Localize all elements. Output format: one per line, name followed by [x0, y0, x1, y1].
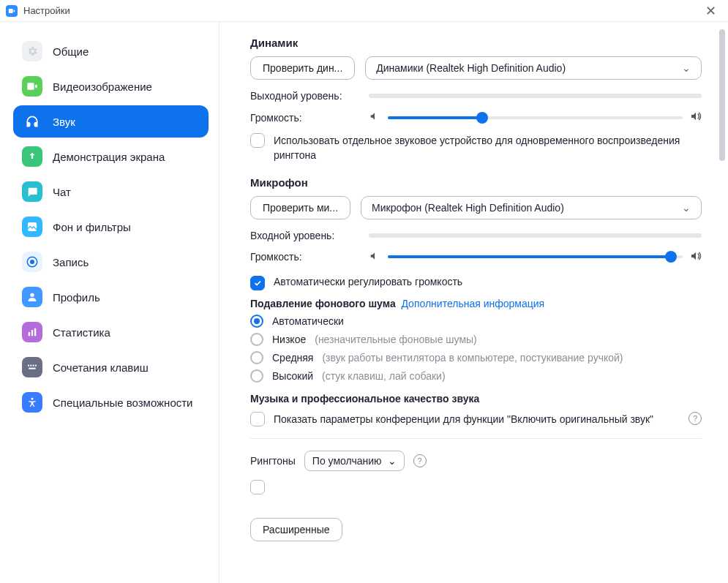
background-icon: [22, 217, 42, 237]
mic-device-value: Микрофон (Realtek High Definition Audio): [372, 202, 564, 214]
original-sound-label: Показать параметры конференции для функц…: [274, 412, 680, 426]
noise-med-label: Средняя: [272, 352, 313, 364]
noise-high-hint: (стук клавиш, лай собаки): [322, 370, 445, 382]
sidebar-item-statistics[interactable]: Статистика: [13, 316, 209, 348]
svg-rect-6: [34, 328, 36, 336]
sidebar-item-profile[interactable]: Профиль: [13, 281, 209, 313]
svg-rect-10: [33, 365, 34, 366]
ringtone-select[interactable]: По умолчанию ⌄: [304, 451, 405, 471]
noise-auto-radio[interactable]: [250, 315, 263, 328]
svg-point-3: [30, 293, 34, 297]
mic-volume-label: Громкость:: [250, 251, 369, 263]
svg-rect-8: [28, 365, 29, 366]
svg-rect-12: [29, 368, 35, 369]
svg-point-2: [30, 260, 34, 264]
speaker-heading: Динамик: [250, 37, 702, 49]
mic-heading: Микрофон: [250, 176, 702, 189]
sidebar-item-share-screen[interactable]: Демонстрация экрана: [13, 140, 209, 173]
sidebar-item-label: Специальные возможности: [53, 396, 193, 409]
sidebar-item-general[interactable]: Общие: [13, 35, 209, 67]
music-heading: Музыка и профессиональное качество звука: [250, 393, 702, 405]
record-icon: [22, 252, 42, 272]
noise-high-radio[interactable]: [250, 369, 263, 383]
sidebar-item-label: Сочетания клавиш: [53, 361, 149, 374]
window-title: Настройки: [23, 5, 699, 16]
noise-heading: Подавление фонового шума: [250, 298, 396, 309]
sidebar-item-label: Чат: [53, 186, 71, 198]
original-sound-checkbox[interactable]: [250, 412, 265, 426]
speaker-high-icon: [690, 110, 702, 124]
speaker-volume-slider[interactable]: [388, 116, 683, 119]
sidebar-item-label: Статистика: [53, 326, 110, 339]
separate-ringtone-label: Использовать отдельное звуковое устройст…: [274, 133, 702, 163]
truncated-checkbox[interactable]: [250, 480, 265, 494]
noise-med-radio[interactable]: [250, 351, 263, 364]
help-icon[interactable]: ?: [688, 412, 702, 425]
ringtone-value: По умолчанию: [312, 455, 382, 467]
noise-more-info-link[interactable]: Дополнительная информация: [401, 298, 544, 309]
speaker-high-icon: [690, 250, 702, 264]
divider: [250, 438, 702, 439]
close-icon[interactable]: ✕: [699, 3, 722, 19]
speaker-device-value: Динамики (Realtek High Definition Audio): [376, 62, 566, 74]
speaker-low-icon: [369, 251, 380, 263]
sidebar-item-accessibility[interactable]: Специальные возможности: [13, 386, 209, 418]
scrollbar[interactable]: [719, 29, 725, 161]
auto-adjust-checkbox[interactable]: [250, 276, 265, 290]
ringtone-label: Рингтоны: [250, 455, 296, 467]
output-level-meter: [369, 94, 702, 98]
chevron-down-icon: ⌄: [388, 455, 397, 467]
stats-icon: [22, 322, 42, 342]
sidebar-item-label: Запись: [53, 256, 89, 268]
sidebar-item-label: Общие: [53, 45, 89, 58]
sidebar-item-label: Видеоизображение: [53, 80, 152, 93]
accessibility-icon: [22, 392, 42, 413]
sidebar-item-audio[interactable]: Звук: [13, 105, 209, 138]
sidebar-item-label: Фон и фильтры: [53, 221, 131, 233]
sidebar-item-chat[interactable]: Чат: [13, 176, 209, 208]
speaker-volume-label: Громкость:: [250, 112, 369, 124]
input-level-meter: [369, 233, 702, 238]
auto-adjust-label: Автоматически регулировать громкость: [274, 276, 462, 287]
mic-volume-slider[interactable]: [388, 255, 683, 258]
sidebar-item-label: Звук: [53, 116, 75, 128]
noise-low-label: Низкое: [272, 334, 306, 345]
svg-rect-7: [26, 364, 38, 372]
svg-rect-4: [29, 332, 30, 336]
profile-icon: [22, 287, 42, 307]
chat-icon: [22, 181, 42, 202]
sidebar-item-shortcuts[interactable]: Сочетания клавиш: [13, 351, 209, 383]
share-screen-icon: [22, 146, 42, 167]
titlebar: Настройки ✕: [0, 0, 728, 22]
advanced-button[interactable]: Расширенные: [250, 518, 342, 541]
noise-high-label: Высокий: [272, 370, 313, 382]
help-icon[interactable]: ?: [413, 454, 427, 467]
sidebar-item-label: Профиль: [53, 291, 100, 304]
svg-rect-5: [31, 330, 33, 336]
svg-rect-11: [35, 365, 37, 366]
noise-auto-label: Автоматически: [272, 315, 344, 327]
noise-low-hint: (незначительные фоновые шумы): [315, 334, 477, 345]
sidebar-item-recording[interactable]: Запись: [13, 246, 209, 278]
mic-device-select[interactable]: Микрофон (Realtek High Definition Audio)…: [361, 196, 702, 219]
svg-rect-9: [30, 365, 31, 366]
noise-low-radio[interactable]: [250, 333, 263, 346]
separate-ringtone-checkbox[interactable]: [250, 133, 265, 148]
speaker-low-icon: [369, 111, 380, 124]
video-icon: [22, 76, 42, 97]
sidebar-item-label: Демонстрация экрана: [53, 151, 165, 163]
speaker-device-select[interactable]: Динамики (Realtek High Definition Audio)…: [365, 56, 702, 80]
gear-icon: [22, 41, 42, 61]
noise-med-hint: (звук работы вентилятора в компьютере, п…: [322, 352, 623, 364]
chevron-down-icon: ⌄: [682, 62, 691, 74]
input-level-label: Входной уровень:: [250, 230, 369, 241]
sidebar-item-video[interactable]: Видеоизображение: [13, 70, 209, 102]
sidebar: Общие Видеоизображение Звук Демонстрация…: [0, 22, 219, 583]
headphones-icon: [22, 111, 42, 132]
app-icon: [6, 5, 18, 17]
svg-point-13: [31, 398, 34, 400]
test-mic-button[interactable]: Проверить ми...: [250, 196, 350, 219]
sidebar-item-background[interactable]: Фон и фильтры: [13, 211, 209, 243]
test-speaker-button[interactable]: Проверить дин...: [250, 56, 355, 80]
keyboard-icon: [22, 357, 42, 377]
